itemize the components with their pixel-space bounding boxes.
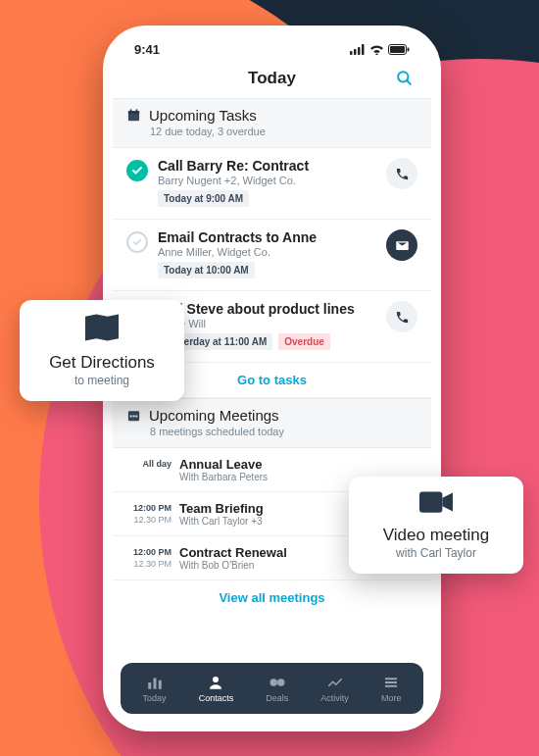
svg-rect-11 bbox=[130, 109, 132, 112]
phone-icon bbox=[395, 310, 410, 325]
meetings-section-subtitle: 8 meetings scheduled today bbox=[150, 426, 417, 437]
svg-point-21 bbox=[270, 679, 277, 686]
svg-rect-3 bbox=[362, 44, 365, 55]
envelope-icon bbox=[395, 238, 410, 253]
call-button[interactable] bbox=[386, 158, 417, 189]
meeting-time-end: 12.30 PM bbox=[126, 559, 172, 571]
svg-line-8 bbox=[407, 80, 411, 84]
svg-rect-10 bbox=[128, 111, 139, 114]
tab-bar: Today Contacts Deals Activity More bbox=[121, 663, 423, 714]
meeting-title: Contract Renewal bbox=[179, 545, 340, 560]
status-time: 9:41 bbox=[134, 42, 160, 57]
card-subtitle: with Carl Taylor bbox=[396, 546, 476, 560]
activity-icon bbox=[326, 674, 344, 691]
svg-rect-17 bbox=[148, 682, 151, 689]
card-subtitle: to meeting bbox=[74, 374, 129, 387]
meeting-subtitle: With Bob O'Brien bbox=[179, 560, 340, 571]
video-meeting-card[interactable]: Video meeting with Carl Taylor bbox=[349, 477, 523, 574]
wifi-icon bbox=[369, 44, 384, 55]
svg-rect-18 bbox=[153, 679, 156, 689]
email-button[interactable] bbox=[386, 229, 417, 261]
meetings-section-title: Upcoming Meetings bbox=[149, 407, 279, 424]
svg-rect-15 bbox=[133, 416, 135, 418]
tab-deals[interactable]: Deals bbox=[266, 674, 288, 703]
svg-rect-6 bbox=[408, 47, 410, 51]
checkmark-done-icon[interactable] bbox=[126, 160, 148, 181]
get-directions-card[interactable]: Get Directions to meeting bbox=[20, 300, 184, 401]
svg-rect-2 bbox=[358, 47, 361, 55]
bar-chart-icon bbox=[146, 674, 164, 691]
deals-icon bbox=[269, 674, 286, 691]
tab-contacts[interactable]: Contacts bbox=[199, 674, 234, 703]
svg-point-20 bbox=[213, 677, 219, 682]
tasks-section-title: Upcoming Tasks bbox=[149, 107, 257, 124]
status-bar: 9:41 bbox=[113, 35, 431, 63]
svg-rect-12 bbox=[136, 109, 138, 112]
svg-rect-0 bbox=[350, 51, 353, 55]
meetings-section-header: Upcoming Meetings 8 meetings scheduled t… bbox=[113, 398, 431, 448]
battery-icon bbox=[388, 44, 410, 55]
task-time-chip: Today at 9:00 AM bbox=[158, 190, 249, 207]
hamburger-icon bbox=[382, 674, 400, 691]
svg-point-22 bbox=[277, 679, 285, 686]
phone-icon bbox=[395, 167, 410, 181]
tab-today[interactable]: Today bbox=[143, 674, 167, 703]
search-button[interactable] bbox=[395, 69, 414, 91]
task-title: Email Contracts to Anne bbox=[158, 229, 376, 245]
view-all-meetings-link[interactable]: View all meetings bbox=[113, 580, 431, 615]
meeting-time-end: 12.30 PM bbox=[126, 515, 172, 527]
card-title: Get Directions bbox=[49, 353, 155, 373]
signal-icon bbox=[350, 44, 366, 55]
meeting-title: Annual Leave bbox=[179, 457, 417, 472]
tab-activity[interactable]: Activity bbox=[320, 674, 349, 703]
checkmark-pending-icon[interactable] bbox=[126, 231, 148, 253]
card-title: Video meeting bbox=[383, 526, 489, 545]
tab-more[interactable]: More bbox=[381, 674, 402, 703]
svg-rect-1 bbox=[354, 49, 357, 55]
person-icon bbox=[207, 674, 224, 691]
task-subtitle: Barry Nugent +2, Widget Co. bbox=[158, 175, 376, 186]
svg-rect-26 bbox=[419, 491, 442, 512]
map-icon bbox=[85, 314, 119, 345]
meeting-time-start: 12:00 PM bbox=[126, 503, 172, 515]
meeting-time-start: 12:00 PM bbox=[126, 547, 172, 559]
meeting-time: All day bbox=[126, 459, 172, 471]
task-subtitle: Steve Will bbox=[158, 318, 376, 329]
svg-rect-5 bbox=[390, 46, 405, 53]
task-time-chip: Today at 10:00 AM bbox=[158, 262, 255, 278]
status-indicators bbox=[350, 44, 410, 55]
task-title: Call Barry Re: Contract bbox=[158, 158, 376, 174]
call-button[interactable] bbox=[386, 301, 417, 332]
page-title: Today bbox=[248, 69, 296, 88]
task-subtitle: Anne Miller, Widget Co. bbox=[158, 246, 376, 258]
overdue-chip: Overdue bbox=[278, 333, 330, 350]
search-icon bbox=[395, 69, 414, 87]
svg-rect-16 bbox=[135, 416, 137, 418]
task-row[interactable]: Call Barry Re: Contract Barry Nugent +2,… bbox=[113, 148, 431, 220]
task-row[interactable]: Email Contracts to Anne Anne Miller, Wid… bbox=[113, 220, 431, 291]
svg-rect-14 bbox=[130, 416, 132, 418]
calendar-grid-icon bbox=[126, 408, 141, 423]
tasks-section-header: Upcoming Tasks 12 due today, 3 overdue bbox=[113, 98, 431, 148]
video-camera-icon bbox=[419, 490, 453, 518]
app-header: Today bbox=[113, 63, 431, 98]
calendar-icon bbox=[126, 108, 141, 123]
tasks-section-subtitle: 12 due today, 3 overdue bbox=[150, 126, 417, 137]
svg-rect-19 bbox=[158, 680, 161, 689]
task-title: Call Steve about product lines bbox=[158, 301, 376, 317]
